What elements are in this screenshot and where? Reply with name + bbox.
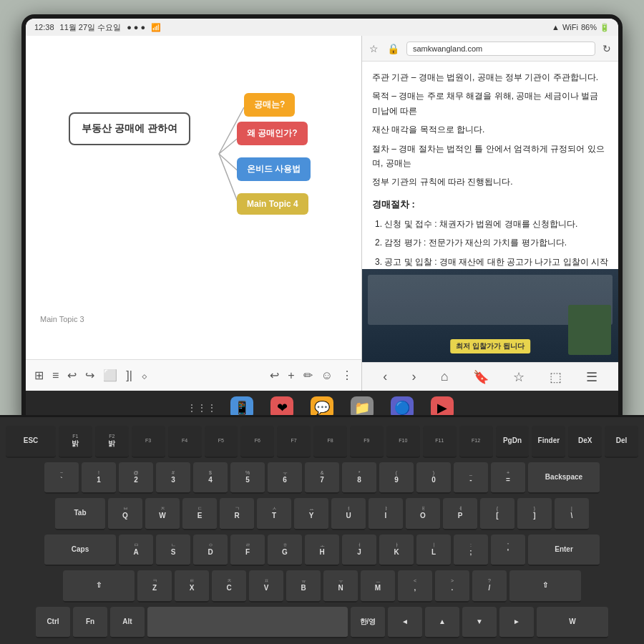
branch-node-2[interactable]: 왜 공매인가? — [237, 122, 308, 145]
key-tab[interactable]: Tab — [55, 498, 105, 530]
key-1[interactable]: !1 — [82, 462, 116, 494]
key-i[interactable]: ㅑI — [369, 498, 403, 530]
key-7[interactable]: &7 — [305, 462, 339, 494]
resize-icon[interactable]: ⬜ — [103, 369, 117, 382]
key-f11[interactable]: F11 — [423, 426, 457, 458]
key-f10[interactable]: F10 — [386, 426, 420, 458]
key-o[interactable]: ㅐO — [406, 498, 440, 530]
key-j[interactable]: ㅓJ — [342, 535, 376, 567]
branch-node-1[interactable]: 공매는? — [244, 93, 295, 117]
key-0[interactable]: )0 — [416, 462, 451, 494]
key-n[interactable]: ㅜN — [323, 570, 358, 602]
key-fn[interactable]: Fn — [73, 607, 107, 639]
share-icon[interactable]: ⬦ — [141, 369, 148, 382]
key-del[interactable]: Del — [605, 426, 638, 458]
key-period[interactable]: >. — [435, 570, 469, 602]
key-x[interactable]: ㅌX — [175, 570, 209, 602]
add-icon[interactable]: + — [288, 369, 294, 382]
key-f3[interactable]: F3 — [132, 426, 165, 458]
key-up[interactable]: ▲ — [425, 607, 459, 639]
key-rbracket[interactable]: }] — [517, 498, 552, 530]
lock-icon[interactable]: 🔒 — [386, 42, 401, 56]
bookmark2-icon[interactable]: 🔖 — [473, 369, 489, 385]
back-icon[interactable]: ‹ — [383, 369, 387, 384]
star-icon[interactable]: ☆ — [513, 369, 525, 385]
key-k[interactable]: ㅏK — [379, 535, 414, 567]
key-l[interactable]: ㅣL — [416, 535, 451, 567]
key-s[interactable]: ㄴS — [156, 535, 190, 567]
key-r[interactable]: ㄱR — [220, 498, 254, 530]
key-5[interactable]: %5 — [230, 462, 265, 494]
key-f[interactable]: ㄹF — [230, 535, 265, 567]
key-f2[interactable]: F2밝 — [95, 426, 129, 458]
key-backslash[interactable]: |\ — [555, 498, 589, 530]
key-6[interactable]: ㅜ6 — [268, 462, 302, 494]
key-3[interactable]: #3 — [156, 462, 190, 494]
key-f8[interactable]: F8 — [313, 426, 347, 458]
key-lbracket[interactable]: {[ — [480, 498, 514, 530]
branch-node-4[interactable]: Main Topic 4 — [237, 193, 308, 215]
bracket-icon[interactable]: ]| — [126, 369, 132, 382]
key-comma[interactable]: <, — [398, 570, 432, 602]
branch-node-3[interactable]: 온비드 사용법 — [237, 157, 311, 181]
key-2[interactable]: @2 — [119, 462, 153, 494]
key-u[interactable]: ㅕU — [331, 498, 366, 530]
key-enter[interactable]: Enter — [528, 535, 600, 567]
url-bar[interactable]: samkwangland.com — [406, 42, 595, 56]
more-icon[interactable]: ⋮ — [341, 369, 353, 382]
key-semicolon[interactable]: :; — [454, 535, 488, 567]
forward-icon[interactable]: › — [411, 369, 416, 384]
key-rshift[interactable]: ⇧ — [509, 570, 581, 602]
key-z[interactable]: ㅋZ — [137, 570, 172, 602]
key-8[interactable]: *8 — [342, 462, 376, 494]
key-alt[interactable]: Alt — [110, 607, 145, 639]
key-quote[interactable]: "' — [491, 535, 525, 567]
key-4[interactable]: $4 — [193, 462, 228, 494]
screenshot-icon[interactable]: ⬚ — [550, 369, 562, 385]
key-p[interactable]: ㅔP — [443, 498, 477, 530]
key-space[interactable] — [147, 607, 348, 639]
key-g[interactable]: ㅎG — [268, 535, 302, 567]
key-t[interactable]: ㅅT — [257, 498, 291, 530]
redo-icon[interactable]: ↪ — [85, 369, 94, 382]
refresh-icon[interactable]: ↻ — [601, 42, 613, 56]
key-f6[interactable]: F6 — [240, 426, 274, 458]
key-e[interactable]: ㄷE — [182, 498, 217, 530]
grid-icon[interactable]: ⊞ — [34, 369, 44, 382]
key-finder[interactable]: Finder — [532, 426, 565, 458]
key-backspace[interactable]: Backspace — [528, 462, 600, 494]
key-v[interactable]: ㅍV — [249, 570, 283, 602]
browser-video-area[interactable]: 최저 입찰가가 됩니다 — [362, 269, 618, 362]
key-f7[interactable]: F7 — [277, 426, 311, 458]
menu-icon[interactable]: ☰ — [586, 369, 597, 385]
key-hangul[interactable]: 한/영 — [351, 607, 385, 639]
key-f1[interactable]: F1밝 — [59, 426, 92, 458]
key-d[interactable]: ㅇD — [193, 535, 228, 567]
key-b[interactable]: ㅠB — [286, 570, 321, 602]
key-pgdn[interactable]: PgDn — [496, 426, 530, 458]
key-capslock[interactable]: Caps — [44, 535, 116, 567]
key-ctrl[interactable]: Ctrl — [36, 607, 70, 639]
key-dex[interactable]: DeX — [568, 426, 602, 458]
key-ralt[interactable]: W — [537, 607, 608, 639]
key-f9[interactable]: F9 — [350, 426, 384, 458]
key-slash[interactable]: ?/ — [472, 570, 507, 602]
key-minus[interactable]: _- — [454, 462, 488, 494]
key-right[interactable]: ► — [499, 607, 534, 639]
key-y[interactable]: ㅛY — [294, 498, 328, 530]
undo2-icon[interactable]: ↩ — [270, 369, 279, 382]
key-h[interactable]: ㅗH — [305, 535, 339, 567]
undo-icon[interactable]: ↩ — [67, 369, 77, 382]
key-esc[interactable]: ESC — [6, 426, 56, 458]
pen-icon[interactable]: ✏ — [303, 369, 313, 382]
key-q[interactable]: ㅂQ — [108, 498, 142, 530]
key-a[interactable]: ㅁA — [119, 535, 153, 567]
list-icon[interactable]: ≡ — [52, 369, 59, 382]
key-w[interactable]: ㅈW — [145, 498, 180, 530]
key-m[interactable]: ㅡM — [361, 570, 395, 602]
key-backtick[interactable]: ~` — [44, 462, 79, 494]
key-lshift[interactable]: ⇧ — [63, 570, 135, 602]
key-down[interactable]: ▼ — [462, 607, 497, 639]
key-equals[interactable]: += — [491, 462, 525, 494]
key-f4[interactable]: F4 — [168, 426, 202, 458]
